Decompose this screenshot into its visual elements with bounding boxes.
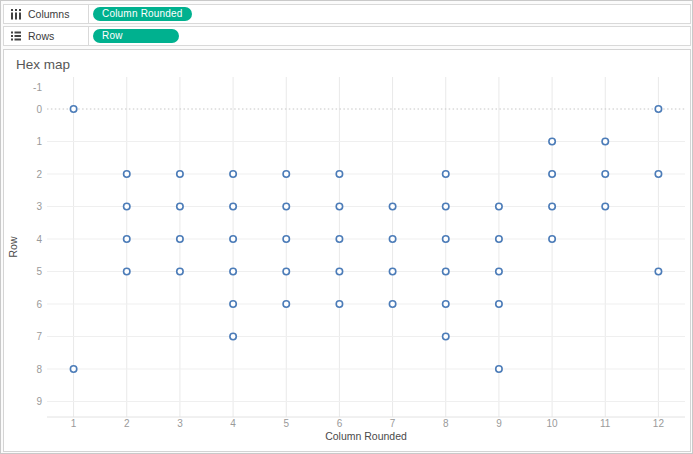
mark-circle[interactable] [443, 171, 449, 177]
x-axis-title: Column Rounded [325, 430, 407, 442]
mark-circle[interactable] [443, 333, 449, 339]
x-tick-label: 6 [337, 418, 343, 429]
mark-circle[interactable] [283, 236, 289, 242]
mark-circle[interactable] [124, 268, 130, 274]
mark-circle[interactable] [124, 203, 130, 209]
mark-circle[interactable] [602, 203, 608, 209]
rows-icon [10, 30, 22, 42]
rows-shelf[interactable]: Rows Row [3, 26, 691, 46]
mark-circle[interactable] [549, 171, 555, 177]
mark-circle[interactable] [389, 301, 395, 307]
x-tick-label: 11 [600, 418, 611, 429]
mark-circle[interactable] [389, 236, 395, 242]
y-tick-label: 1 [36, 136, 42, 147]
y-tick-label: 0 [36, 104, 42, 115]
mark-circle[interactable] [496, 203, 502, 209]
columns-shelf-label: Columns [4, 5, 89, 23]
y-tick-label: 7 [36, 331, 42, 342]
rows-shelf-label: Rows [4, 27, 89, 45]
x-tick-label: 1 [71, 418, 77, 429]
y-axis-title: Row [7, 236, 19, 257]
x-tick-label: 2 [124, 418, 130, 429]
x-tick-label: 5 [283, 418, 289, 429]
mark-circle[interactable] [655, 106, 661, 112]
mark-circle[interactable] [549, 203, 555, 209]
mark-circle[interactable] [336, 268, 342, 274]
mark-circle[interactable] [336, 236, 342, 242]
mark-circle[interactable] [549, 236, 555, 242]
mark-circle[interactable] [443, 203, 449, 209]
mark-circle[interactable] [496, 236, 502, 242]
x-tick-label: 3 [177, 418, 183, 429]
mark-circle[interactable] [70, 366, 76, 372]
columns-shelf-text: Columns [28, 8, 69, 20]
mark-circle[interactable] [602, 138, 608, 144]
mark-circle[interactable] [443, 301, 449, 307]
mark-circle[interactable] [655, 171, 661, 177]
columns-shelf[interactable]: Columns Column Rounded [3, 4, 691, 24]
mark-circle[interactable] [496, 268, 502, 274]
mark-circle[interactable] [177, 236, 183, 242]
x-tick-label: 10 [547, 418, 559, 429]
mark-circle[interactable] [177, 171, 183, 177]
mark-circle[interactable] [230, 333, 236, 339]
mark-circle[interactable] [283, 171, 289, 177]
pill-column-rounded[interactable]: Column Rounded [93, 7, 192, 21]
x-tick-label: 7 [390, 418, 396, 429]
mark-circle[interactable] [230, 171, 236, 177]
mark-circle[interactable] [124, 236, 130, 242]
mark-circle[interactable] [177, 268, 183, 274]
mark-circle[interactable] [443, 236, 449, 242]
y-tick-label: 8 [36, 364, 42, 375]
mark-circle[interactable] [389, 203, 395, 209]
mark-circle[interactable] [496, 366, 502, 372]
mark-circle[interactable] [549, 138, 555, 144]
mark-circle[interactable] [336, 171, 342, 177]
columns-shelf-field[interactable]: Column Rounded [89, 5, 690, 23]
mark-circle[interactable] [283, 203, 289, 209]
mark-circle[interactable] [389, 268, 395, 274]
mark-circle[interactable] [602, 171, 608, 177]
y-tick-label: 2 [36, 169, 42, 180]
mark-circle[interactable] [70, 106, 76, 112]
x-tick-label: 8 [443, 418, 449, 429]
mark-circle[interactable] [177, 203, 183, 209]
mark-circle[interactable] [230, 301, 236, 307]
mark-circle[interactable] [230, 203, 236, 209]
rows-shelf-text: Rows [28, 30, 54, 42]
mark-circle[interactable] [496, 301, 502, 307]
y-tick-label: 3 [36, 201, 42, 212]
y-tick-label: 4 [36, 234, 42, 245]
mark-circle[interactable] [230, 268, 236, 274]
x-tick-label: 12 [653, 418, 665, 429]
mark-circle[interactable] [124, 171, 130, 177]
pill-row[interactable]: Row [93, 29, 179, 43]
y-tick-label: 5 [36, 266, 42, 277]
columns-icon [10, 8, 22, 20]
mark-circle[interactable] [443, 268, 449, 274]
mark-circle[interactable] [230, 236, 236, 242]
y-tick-label: -1 [33, 82, 42, 93]
plot-area[interactable]: -10123456789123456789101112Column Rounde… [4, 50, 690, 451]
mark-circle[interactable] [283, 268, 289, 274]
mark-circle[interactable] [655, 268, 661, 274]
worksheet-card: Hex map -10123456789123456789101112Colum… [3, 49, 691, 452]
rows-shelf-field[interactable]: Row [89, 27, 690, 45]
mark-circle[interactable] [283, 301, 289, 307]
x-tick-label: 9 [496, 418, 502, 429]
y-tick-label: 9 [36, 396, 42, 407]
y-tick-label: 6 [36, 299, 42, 310]
tableau-window: Columns Column Rounded Rows Row Hex [0, 0, 693, 454]
mark-circle[interactable] [336, 203, 342, 209]
x-tick-label: 4 [230, 418, 236, 429]
mark-circle[interactable] [336, 301, 342, 307]
